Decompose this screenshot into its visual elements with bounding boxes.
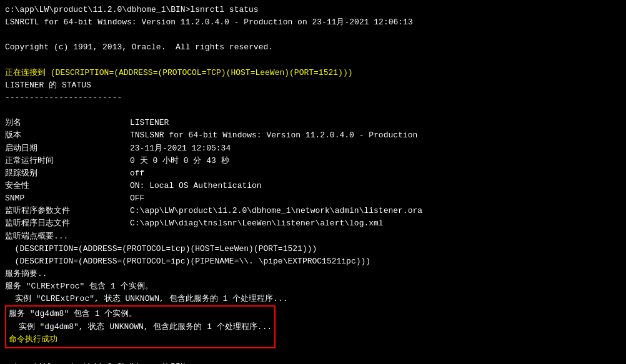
version-value: TNSLSNR for 64-bit Windows: Version 11.2… — [130, 129, 417, 142]
start-date-row: 启动日期 23-11月-2021 12:05:34 — [5, 142, 621, 155]
version-label: 版本 — [5, 129, 130, 142]
service-clr-line: 服务 "CLRExtProc" 包含 1 个实例。 — [5, 280, 621, 293]
endpoint2-line: (DESCRIPTION=(ADDRESS=(PROTOCOL=ipc)(PIP… — [5, 255, 621, 268]
blank-line-2 — [5, 54, 621, 67]
start-date-value: 23-11月-2021 12:05:34 — [130, 142, 231, 155]
blank-line-4 — [5, 348, 621, 361]
success-message: 命令执行成功 — [9, 333, 272, 346]
endpoint1-line: (DESCRIPTION=(ADDRESS=(PROTOCOL=tcp)(HOS… — [5, 243, 621, 255]
start-date-label: 启动日期 — [5, 142, 130, 155]
version-row: 版本 TNSLSNR for 64-bit Windows: Version 1… — [5, 129, 621, 142]
uptime-label: 正常运行时间 — [5, 155, 130, 167]
separator-line: ------------------------ — [5, 92, 621, 104]
security-value: ON: Local OS Authentication — [130, 180, 262, 192]
prompt-line-1: c:\app\LW\product\11.2.0\dbhome_1\BIN>ls… — [5, 4, 621, 16]
param-file-label: 监听程序参数文件 — [5, 205, 130, 217]
copyright-line: Copyright (c) 1991, 2013, Oracle. All ri… — [5, 41, 621, 54]
endpoints-label: 监听端点概要... — [5, 230, 621, 243]
log-file-label: 监听程序日志文件 — [5, 217, 130, 230]
log-file-value: C:\app\LW\diag\tnslsnr\LeeWen\listener\a… — [130, 217, 384, 230]
instance-dg4dm8-line: 实例 "dg4dm8", 状态 UNKNOWN, 包含此服务的 1 个处理程序.… — [9, 321, 272, 333]
snmp-label: SNMP — [5, 192, 130, 205]
blank-line-3 — [5, 104, 621, 117]
param-file-row: 监听程序参数文件 C:\app\LW\product\11.2.0\dbhome… — [5, 205, 621, 217]
alias-value: LISTENER — [130, 117, 169, 129]
uptime-row: 正常运行时间 0 天 0 小时 0 分 43 秒 — [5, 155, 621, 167]
blank-line-1 — [5, 29, 621, 41]
trace-label: 跟踪级别 — [5, 167, 130, 180]
listener-status-header: LISTENER 的 STATUS — [5, 79, 621, 92]
service-dg4dm8-line: 服务 "dg4dm8" 包含 1 个实例。 — [9, 308, 272, 320]
param-file-value: C:\app\LW\product\11.2.0\dbhome_1\networ… — [130, 205, 422, 217]
status-table: 别名 LISTENER 版本 TNSLSNR for 64-bit Window… — [5, 117, 621, 230]
highlighted-block: 服务 "dg4dm8" 包含 1 个实例。 实例 "dg4dm8", 状态 UN… — [5, 305, 276, 348]
instance-clr-line: 实例 "CLRExtProc", 状态 UNKNOWN, 包含此服务的 1 个处… — [5, 293, 621, 305]
snmp-row: SNMP OFF — [5, 192, 621, 205]
security-row: 安全性 ON: Local OS Authentication — [5, 180, 621, 192]
prompt-line-2: c:\app\LW\product\11.2.0\dbhome_1\BIN> — [5, 361, 621, 364]
uptime-value: 0 天 0 小时 0 分 43 秒 — [130, 155, 229, 167]
log-file-row: 监听程序日志文件 C:\app\LW\diag\tnslsnr\LeeWen\l… — [5, 217, 621, 230]
connecting-line: 正在连接到 (DESCRIPTION=(ADDRESS=(PROTOCOL=TC… — [5, 67, 621, 79]
lsnrctl-version-line: LSNRCTL for 64-bit Windows: Version 11.2… — [5, 16, 621, 29]
snmp-value: OFF — [130, 192, 144, 205]
alias-row: 别名 LISTENER — [5, 117, 621, 129]
trace-value: off — [130, 167, 144, 180]
alias-label: 别名 — [5, 117, 130, 129]
terminal-window: c:\app\LW\product\11.2.0\dbhome_1\BIN>ls… — [0, 0, 626, 364]
trace-row: 跟踪级别 off — [5, 167, 621, 180]
services-summary-label: 服务摘要.. — [5, 268, 621, 280]
security-label: 安全性 — [5, 180, 130, 192]
